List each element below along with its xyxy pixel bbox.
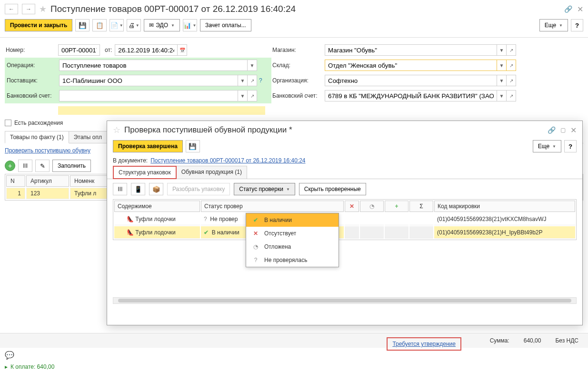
store-input[interactable] — [325, 44, 497, 56]
create-based-button[interactable]: 📄▼ — [110, 19, 124, 31]
discrepancies-label: Есть расхождения — [14, 120, 63, 126]
main-toolbar: Провести и закрыть 💾 📋 📄▼ 🖨▼ ✉ЭДО▼ 📊▼ За… — [0, 16, 588, 38]
dialog-scan-button[interactable]: 📱 — [131, 183, 145, 195]
dropdown-item-in-stock[interactable]: ✔ В наличии — [246, 213, 339, 227]
col-sum-icon: Σ — [409, 201, 433, 212]
dropdown-item-not-checked[interactable]: ? Не проверялась — [246, 253, 339, 267]
close-icon[interactable]: ✕ — [577, 5, 583, 14]
table-row[interactable]: 👠 Туфли лодочки ✔ В наличии (01)04059155… — [114, 226, 575, 239]
printer-icon: 🖨 — [129, 22, 135, 29]
store-dropdown-button[interactable]: ▼ — [497, 44, 507, 56]
org-input[interactable] — [325, 75, 497, 86]
nav-back-button[interactable]: ← — [5, 4, 18, 14]
bank-acc2-open-button[interactable]: ↗ — [507, 90, 516, 101]
check-icon: ✔ — [252, 217, 259, 223]
supplier-input[interactable] — [59, 75, 238, 86]
warehouse-open-button[interactable]: ↗ — [507, 60, 516, 71]
from-label: от: — [105, 47, 112, 53]
barcode-icon: ⦀⦀ — [23, 162, 28, 170]
fill-button[interactable]: Заполнить — [52, 160, 91, 172]
bank-acc2-label: Банковский счет: — [271, 92, 325, 99]
table-row[interactable]: 👠 Туфли лодочки ? Не провер (01)04059155… — [114, 213, 575, 225]
post-button[interactable]: 📋 — [92, 19, 107, 31]
dialog-box-button[interactable]: 📦 — [149, 183, 163, 195]
floppy-icon: 💾 — [189, 143, 197, 150]
col-status: Статус провер — [201, 201, 344, 212]
link-icon[interactable]: 🔗 — [564, 5, 572, 13]
bank-acc2-input[interactable] — [325, 90, 497, 101]
tab-structure[interactable]: Структура упаковок — [113, 166, 177, 179]
question-icon: ? — [252, 257, 259, 263]
check-incoming-link[interactable]: Проверить поступившую обувну — [5, 147, 90, 154]
shoe-icon: 👠 — [127, 216, 134, 222]
x-icon: ✕ — [252, 230, 259, 237]
dialog-barcode-button[interactable]: ⦀⦀ — [113, 183, 127, 195]
post-and-close-button[interactable]: Провести и закрыть — [5, 19, 72, 31]
org-dropdown-button[interactable]: ▼ — [497, 75, 507, 86]
sum-label: Сумма: — [490, 337, 509, 344]
operation-input[interactable] — [59, 60, 248, 71]
warehouse-label: Склад: — [271, 62, 325, 69]
operation-dropdown-button[interactable]: ▼ — [248, 60, 257, 71]
in-doc-label: В документе: — [113, 157, 148, 164]
report-icon: 📊 — [183, 22, 191, 29]
dialog-maximize-icon[interactable]: ▢ — [560, 127, 566, 133]
report-button[interactable]: 📊▼ — [183, 19, 197, 31]
window-header: ← → ★ Поступление товаров 00РТ-000017 от… — [0, 0, 588, 16]
to-pay-link[interactable]: К оплате: 640,00 — [10, 363, 54, 370]
store-label: Магазин: — [271, 47, 325, 53]
offset-payment-button[interactable]: Зачет оплаты... — [200, 19, 251, 31]
nav-forward-button[interactable]: → — [22, 4, 35, 14]
calendar-button[interactable]: 📅 — [178, 44, 187, 56]
in-doc-link[interactable]: Поступление товаров 00РТ-000017 от 26.12… — [150, 157, 305, 164]
edit-button[interactable]: ✎ — [35, 160, 50, 172]
tab-stages[interactable]: Этапы опл — [69, 131, 107, 143]
approval-required-box: Требуется утверждение — [387, 337, 461, 351]
doc-plus-icon: 📄 — [110, 22, 119, 29]
supplier-dropdown-button[interactable]: ▼ — [238, 75, 248, 86]
supplier-help-icon[interactable]: ? — [259, 77, 262, 84]
help-button[interactable]: ? — [571, 19, 583, 31]
horizontal-scrollbar[interactable] — [113, 297, 577, 304]
bank-acc-open-button[interactable]: ↗ — [248, 90, 257, 101]
org-open-button[interactable]: ↗ — [507, 75, 516, 86]
unpack-button[interactable]: Разобрать упаковку — [167, 183, 230, 195]
favorite-star-icon[interactable]: ★ — [39, 4, 47, 14]
barcode-button[interactable]: ⦀⦀ — [18, 160, 32, 172]
operation-label: Операция: — [6, 62, 59, 69]
message-icon[interactable]: 💬 — [5, 351, 14, 360]
tab-shoes[interactable]: Обувная продукция (1) — [176, 166, 247, 179]
bank-acc-dropdown-button[interactable]: ▼ — [238, 90, 248, 101]
print-button[interactable]: 🖨▼ — [127, 19, 141, 31]
scan-icon: 📱 — [134, 186, 142, 193]
dialog-more-button[interactable]: Еще▼ — [533, 140, 561, 152]
dropdown-item-absent[interactable]: ✕ Отсутствует — [246, 227, 339, 240]
dialog-save-button[interactable]: 💾 — [186, 140, 200, 152]
bank-acc2-dropdown-button[interactable]: ▼ — [497, 90, 507, 101]
col-x-icon: ✕ — [345, 201, 359, 212]
dialog-link-icon[interactable]: 🔗 — [548, 126, 556, 134]
dialog-close-icon[interactable]: ✕ — [570, 126, 577, 135]
dialog-star-icon[interactable]: ☆ — [113, 125, 120, 135]
warehouse-input[interactable] — [325, 60, 497, 71]
more-button[interactable]: Еще▼ — [539, 19, 568, 31]
check-done-button[interactable]: Проверка завершена — [113, 140, 183, 152]
dropdown-item-deferred[interactable]: ◔ Отложена — [246, 240, 339, 253]
edo-button[interactable]: ✉ЭДО▼ — [144, 19, 180, 31]
add-row-button[interactable]: + — [5, 161, 15, 171]
bank-acc-input[interactable] — [59, 90, 238, 101]
hide-checked-button[interactable]: Скрыть проверенные — [299, 183, 366, 195]
supplier-open-button[interactable]: ↗ — [248, 75, 257, 86]
save-button[interactable]: 💾 — [75, 19, 90, 31]
discrepancies-checkbox[interactable] — [5, 120, 11, 126]
warehouse-dropdown-button[interactable]: ▼ — [497, 60, 507, 71]
tab-goods[interactable]: Товары по факту (1) — [5, 131, 69, 143]
store-open-button[interactable]: ↗ — [507, 44, 516, 56]
col-n: N — [6, 175, 25, 187]
status-check-button[interactable]: Статус проверки▼ — [234, 183, 295, 195]
number-input[interactable] — [58, 44, 100, 56]
col-plus-icon: + — [385, 201, 409, 212]
approval-link[interactable]: Требуется утверждение — [392, 341, 456, 347]
date-input[interactable] — [115, 44, 178, 56]
dialog-help-button[interactable]: ? — [564, 140, 577, 152]
